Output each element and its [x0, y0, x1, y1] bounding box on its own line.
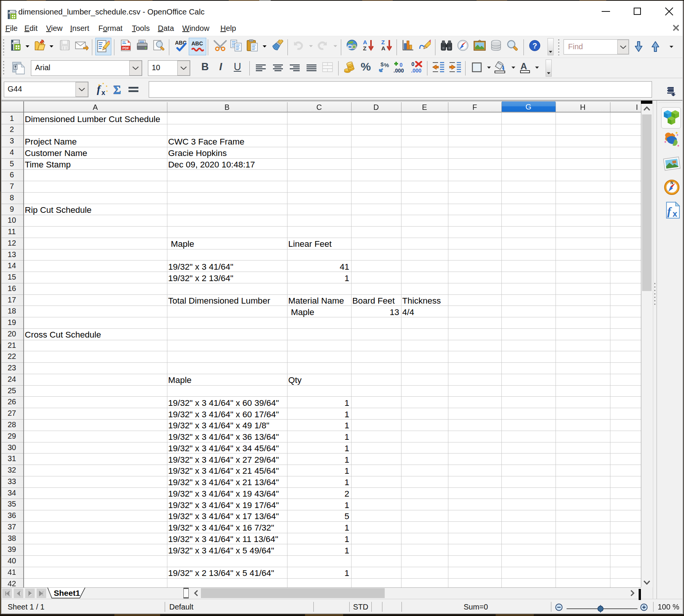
- svg-text:?: ?: [532, 42, 537, 50]
- svg-text:Z: Z: [363, 45, 366, 51]
- svg-text:Z: Z: [381, 39, 385, 45]
- svg-text:0: 0: [400, 62, 403, 68]
- svg-text:Sheet1: Sheet1: [54, 589, 80, 597]
- svg-text:x: x: [101, 89, 105, 96]
- svg-text:.000: .000: [411, 68, 421, 73]
- svg-text:Σ: Σ: [113, 84, 121, 95]
- svg-text:A: A: [520, 61, 527, 71]
- svg-text:N: N: [670, 181, 673, 185]
- svg-text:A: A: [363, 39, 367, 45]
- svg-text:ABC: ABC: [191, 40, 203, 47]
- svg-text:A: A: [381, 45, 385, 51]
- svg-text:PDF: PDF: [122, 46, 130, 50]
- svg-text:%: %: [384, 62, 389, 68]
- svg-text:.000: .000: [393, 68, 404, 73]
- svg-text:$: $: [381, 61, 384, 68]
- svg-text:x: x: [673, 209, 678, 219]
- svg-text:0: 0: [411, 61, 414, 67]
